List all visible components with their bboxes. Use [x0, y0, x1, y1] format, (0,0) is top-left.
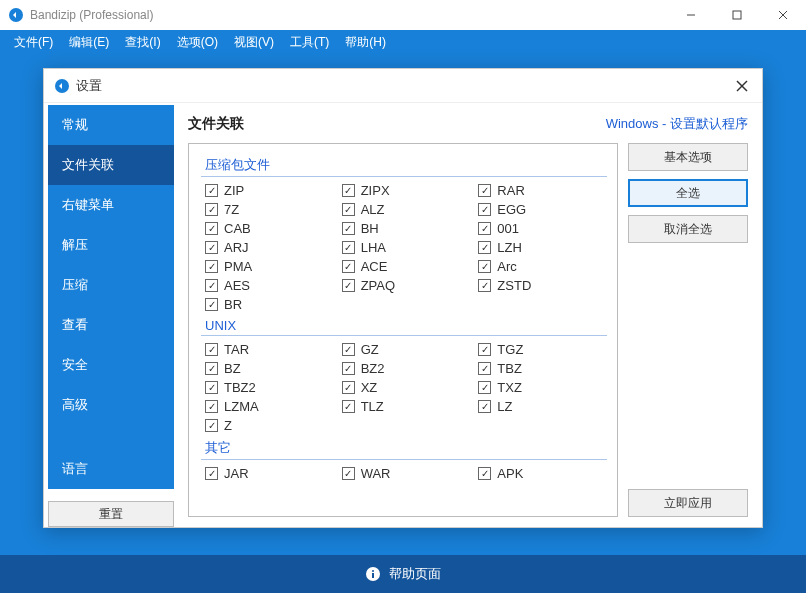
checkbox-icon: [478, 467, 491, 480]
sidebar-item[interactable]: 常规: [48, 105, 174, 145]
file-type-label: Z: [224, 418, 232, 433]
deselect-all-button[interactable]: 取消全选: [628, 215, 748, 243]
workspace: 设置 常规文件关联右键菜单解压压缩查看安全高级语言 重置 确定 文件关联 Win…: [0, 54, 806, 555]
dialog-title: 设置: [76, 77, 732, 95]
file-type-checkbox[interactable]: PMA: [205, 259, 334, 274]
file-type-label: BZ: [224, 361, 241, 376]
sidebar-item[interactable]: 文件关联: [48, 145, 174, 185]
file-type-checkbox[interactable]: Arc: [478, 259, 607, 274]
file-type-checkbox[interactable]: CAB: [205, 221, 334, 236]
sidebar-item-language[interactable]: 语言: [48, 449, 174, 489]
sidebar-item[interactable]: 压缩: [48, 265, 174, 305]
checkbox-icon: [342, 184, 355, 197]
file-type-checkbox[interactable]: WAR: [342, 466, 471, 481]
file-type-checkbox[interactable]: LHA: [342, 240, 471, 255]
file-type-checkbox[interactable]: LZ: [478, 399, 607, 414]
footer-text: 帮助页面: [389, 565, 441, 583]
footer-bar[interactable]: 帮助页面: [0, 555, 806, 593]
file-type-checkbox[interactable]: XZ: [342, 380, 471, 395]
file-type-label: GZ: [361, 342, 379, 357]
checkbox-icon: [342, 279, 355, 292]
windows-defaults-link[interactable]: Windows - 设置默认程序: [606, 115, 748, 133]
file-type-checkbox[interactable]: GZ: [342, 342, 471, 357]
file-type-checkbox[interactable]: APK: [478, 466, 607, 481]
file-type-label: TGZ: [497, 342, 523, 357]
checkbox-icon: [342, 343, 355, 356]
file-type-checkbox[interactable]: TBZ2: [205, 380, 334, 395]
menu-item[interactable]: 工具(T): [282, 34, 337, 51]
file-type-checkbox[interactable]: JAR: [205, 466, 334, 481]
file-type-label: RAR: [497, 183, 524, 198]
sidebar-item[interactable]: 安全: [48, 345, 174, 385]
file-type-checkbox[interactable]: BR: [205, 297, 334, 312]
file-type-checkbox[interactable]: ZPAQ: [342, 278, 471, 293]
sidebar-item[interactable]: 查看: [48, 305, 174, 345]
reset-button[interactable]: 重置: [48, 501, 174, 527]
file-type-checkbox[interactable]: BZ: [205, 361, 334, 376]
file-type-label: ZIPX: [361, 183, 390, 198]
file-type-checkbox[interactable]: AES: [205, 278, 334, 293]
file-type-checkbox[interactable]: TGZ: [478, 342, 607, 357]
file-type-checkbox[interactable]: TLZ: [342, 399, 471, 414]
checkbox-icon: [205, 241, 218, 254]
file-type-checkbox[interactable]: Z: [205, 418, 334, 433]
file-type-checkbox[interactable]: 7Z: [205, 202, 334, 217]
file-type-checkbox[interactable]: ALZ: [342, 202, 471, 217]
file-type-checkbox[interactable]: BZ2: [342, 361, 471, 376]
close-button[interactable]: [760, 0, 806, 30]
checkbox-icon: [205, 467, 218, 480]
file-type-checkbox[interactable]: LZMA: [205, 399, 334, 414]
basic-options-button[interactable]: 基本选项: [628, 143, 748, 171]
sidebar-item[interactable]: 解压: [48, 225, 174, 265]
file-type-label: TBZ2: [224, 380, 256, 395]
checkbox-icon: [205, 419, 218, 432]
checkbox-icon: [478, 241, 491, 254]
checkbox-icon: [478, 184, 491, 197]
menu-item[interactable]: 选项(O): [169, 34, 226, 51]
file-assoc-scroll[interactable]: 压缩包文件ZIPZIPXRAR7ZALZEGGCABBH001ARJLHALZH…: [201, 152, 611, 516]
file-type-checkbox[interactable]: TAR: [205, 342, 334, 357]
file-type-checkbox[interactable]: LZH: [478, 240, 607, 255]
menu-item[interactable]: 编辑(E): [61, 34, 117, 51]
apply-now-button[interactable]: 立即应用: [628, 489, 748, 517]
file-type-checkbox[interactable]: 001: [478, 221, 607, 236]
dialog-icon: [54, 78, 70, 94]
file-type-checkbox[interactable]: ZIP: [205, 183, 334, 198]
file-type-checkbox[interactable]: BH: [342, 221, 471, 236]
file-type-label: ACE: [361, 259, 388, 274]
maximize-button[interactable]: [714, 0, 760, 30]
file-type-checkbox[interactable]: ACE: [342, 259, 471, 274]
group-label: 其它: [201, 439, 607, 460]
menu-item[interactable]: 帮助(H): [337, 34, 394, 51]
file-type-checkbox[interactable]: TXZ: [478, 380, 607, 395]
sidebar-item[interactable]: 右键菜单: [48, 185, 174, 225]
checkbox-icon: [205, 184, 218, 197]
sidebar-item[interactable]: 高级: [48, 385, 174, 425]
file-type-label: 001: [497, 221, 519, 236]
file-type-checkbox[interactable]: ZIPX: [342, 183, 471, 198]
file-type-label: TBZ: [497, 361, 522, 376]
file-type-label: TXZ: [497, 380, 522, 395]
svg-rect-2: [733, 11, 741, 19]
window-title: Bandizip (Professional): [30, 8, 668, 22]
menubar: 文件(F)编辑(E)查找(I)选项(O)视图(V)工具(T)帮助(H): [0, 30, 806, 54]
file-type-label: ARJ: [224, 240, 249, 255]
checkbox-icon: [342, 381, 355, 394]
file-type-label: BZ2: [361, 361, 385, 376]
menu-item[interactable]: 视图(V): [226, 34, 282, 51]
menu-item[interactable]: 文件(F): [6, 34, 61, 51]
file-type-checkbox[interactable]: EGG: [478, 202, 607, 217]
menu-item[interactable]: 查找(I): [117, 34, 168, 51]
minimize-button[interactable]: [668, 0, 714, 30]
file-type-label: EGG: [497, 202, 526, 217]
file-type-checkbox[interactable]: ZSTD: [478, 278, 607, 293]
file-type-checkbox[interactable]: ARJ: [205, 240, 334, 255]
file-type-checkbox[interactable]: RAR: [478, 183, 607, 198]
file-type-label: ZPAQ: [361, 278, 395, 293]
settings-dialog: 设置 常规文件关联右键菜单解压压缩查看安全高级语言 重置 确定 文件关联 Win…: [43, 68, 763, 528]
file-type-checkbox[interactable]: TBZ: [478, 361, 607, 376]
checkbox-icon: [478, 381, 491, 394]
select-all-button[interactable]: 全选: [628, 179, 748, 207]
content-title: 文件关联: [188, 115, 606, 133]
dialog-close-button[interactable]: [732, 76, 752, 96]
